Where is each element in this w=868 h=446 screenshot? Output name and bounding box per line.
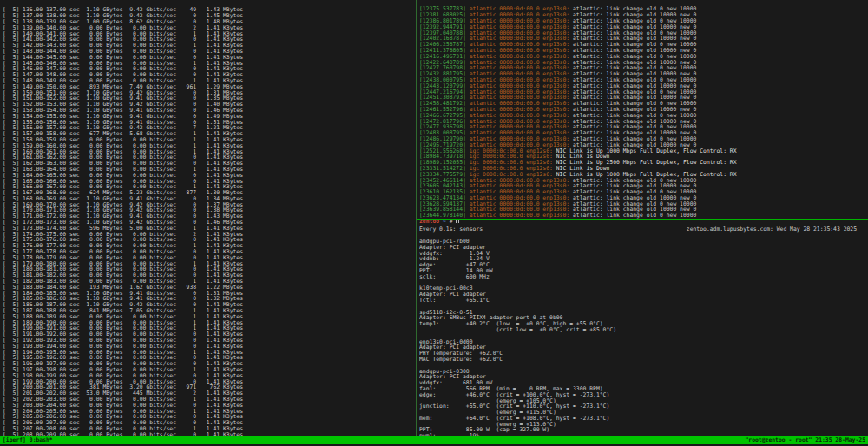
sensors-line: amdgpu-pci-7b00 [419, 239, 867, 245]
sensors-line [419, 304, 867, 310]
sensors-line [419, 333, 867, 339]
dmesg-pane[interactable]: [12375.537783] atlantic 0000:0d:00.0 enp… [419, 6, 867, 223]
sensors-watch-pane[interactable]: Every 0.1s: sensors zentoo.adm.lupusbyte… [419, 226, 867, 440]
sensors-line [419, 233, 867, 239]
sensors-line: amdgpu-pci-0300 [419, 369, 867, 375]
sensors-line: Tctl: +55.1°C [419, 298, 867, 304]
status-pane-title-clock: "root@zentoo - root" 21:35 28-May-25 [745, 437, 865, 443]
iperf-pane[interactable]: [ 5] 136.00-137.00 sec 1.10 GBytes 9.42 … [3, 7, 414, 440]
tmux-status-bar: [iperf] 0:bash* "root@zentoo - root" 21:… [0, 436, 868, 444]
sensors-line: k10temp-pci-00c3 [419, 285, 867, 292]
status-session-window[interactable]: [iperf] 0:bash* [3, 437, 53, 443]
sensors-line: PPT: 85.00 W (cap = 327.00 W) [419, 427, 867, 433]
sensors-line [419, 280, 867, 286]
tmux-terminal-screen: [ 5] 136.00-137.00 sec 1.10 GBytes 9.42 … [0, 0, 868, 446]
watch-header: Every 0.1s: sensors zentoo.adm.lupusbyte… [419, 226, 867, 233]
sensors-line: MAC Temperature: +62.0°C [419, 357, 867, 363]
sensors-line: enp13s0-pci-0d00 [419, 339, 867, 345]
pane-border-vertical[interactable] [416, 0, 417, 436]
sensors-line: sclk: 600 MHz [419, 274, 867, 280]
sensors-line [419, 363, 867, 369]
pane-border-horizontal[interactable] [417, 219, 868, 220]
sensors-line: (crit low = +0.0°C, crit = +85.0°C) [419, 327, 867, 333]
